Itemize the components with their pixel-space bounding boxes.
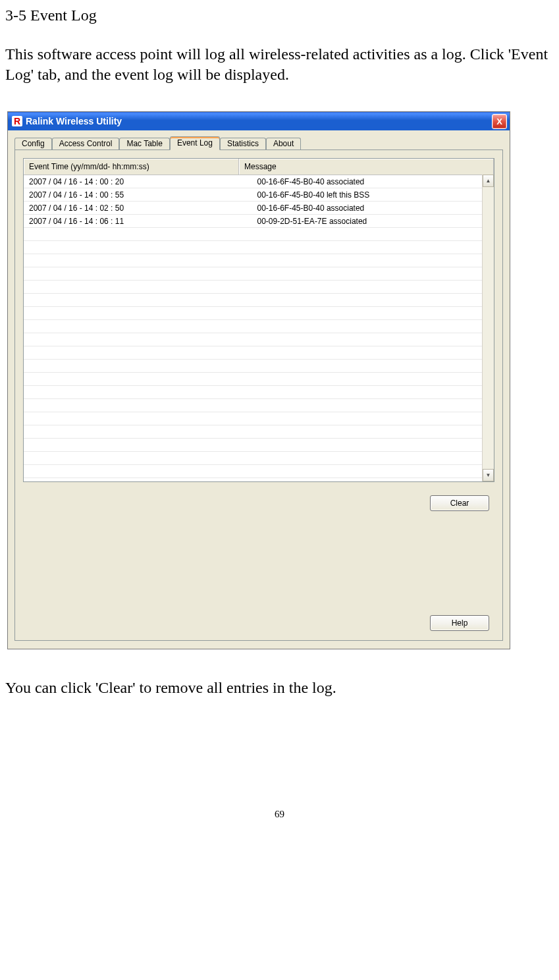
cell-message: 00-09-2D-51-EA-7E associated (239, 215, 494, 228)
table-row-empty (24, 228, 494, 241)
table-row-empty (24, 478, 494, 483)
table-row[interactable]: 2007 / 04 / 16 - 14 : 02 : 50 00-16-6F-4… (24, 202, 494, 215)
table-row[interactable]: 2007 / 04 / 16 - 14 : 00 : 55 00-16-6F-4… (24, 188, 494, 202)
section-heading: 3-5 Event Log (5, 7, 554, 24)
table-row-empty (24, 267, 494, 281)
table-row-empty (24, 241, 494, 254)
table-row[interactable]: 2007 / 04 / 16 - 14 : 00 : 20 00-16-6F-4… (24, 175, 494, 188)
table-row-empty (24, 281, 494, 294)
table-row-empty (24, 386, 494, 399)
app-window: R Ralink Wireless Utility X Config Acces… (7, 111, 510, 649)
table-row-empty (24, 425, 494, 439)
cell-time: 2007 / 04 / 16 - 14 : 02 : 50 (24, 202, 239, 215)
app-icon: R (12, 116, 22, 126)
col-header-message[interactable]: Message (239, 159, 494, 175)
table-row-empty (24, 412, 494, 425)
cell-time: 2007 / 04 / 16 - 14 : 06 : 11 (24, 215, 239, 228)
table-row-empty (24, 294, 494, 307)
col-header-time[interactable]: Event Time (yy/mm/dd- hh:mm:ss) (24, 159, 239, 175)
close-button[interactable]: X (492, 114, 507, 129)
chevron-down-icon: ▼ (486, 472, 491, 478)
table-row-empty (24, 346, 494, 360)
tab-panel: Event Time (yy/mm/dd- hh:mm:ss) Message … (14, 150, 503, 641)
table-row-empty (24, 373, 494, 386)
page-number: 69 (5, 809, 554, 820)
table-row-empty (24, 465, 494, 478)
table-row-empty (24, 439, 494, 452)
window-body: Config Access Control Mac Table Event Lo… (8, 130, 510, 649)
table-row[interactable]: 2007 / 04 / 16 - 14 : 06 : 11 00-09-2D-5… (24, 215, 494, 228)
table-row-empty (24, 307, 494, 320)
table-row-empty (24, 333, 494, 346)
vertical-scrollbar[interactable]: ▲ ▼ (482, 175, 494, 481)
help-button[interactable]: Help (430, 615, 489, 631)
table-row-empty (24, 399, 494, 412)
cell-time: 2007 / 04 / 16 - 14 : 00 : 55 (24, 188, 239, 202)
event-log-table-container: Event Time (yy/mm/dd- hh:mm:ss) Message … (23, 158, 494, 482)
tab-strip: Config Access Control Mac Table Event Lo… (14, 136, 503, 150)
cell-message: 00-16-6F-45-B0-40 associated (239, 175, 494, 188)
table-row-empty (24, 452, 494, 465)
table-row-empty (24, 254, 494, 267)
intro-line-1: This software access point will log all … (5, 45, 466, 63)
intro-paragraph: This software access point will log all … (5, 44, 554, 85)
title-bar[interactable]: R Ralink Wireless Utility X (8, 112, 510, 130)
scroll-up-button[interactable]: ▲ (483, 175, 494, 187)
event-log-table: Event Time (yy/mm/dd- hh:mm:ss) Message … (24, 159, 494, 482)
scroll-down-button[interactable]: ▼ (483, 469, 494, 481)
cell-time: 2007 / 04 / 16 - 14 : 00 : 20 (24, 175, 239, 188)
after-paragraph: You can click 'Clear' to remove all entr… (5, 679, 554, 697)
cell-message: 00-16-6F-45-B0-40 associated (239, 202, 494, 215)
cell-message: 00-16-6F-45-B0-40 left this BSS (239, 188, 494, 202)
table-row-empty (24, 360, 494, 373)
tab-event-log[interactable]: Event Log (170, 136, 220, 150)
table-row-empty (24, 320, 494, 333)
chevron-up-icon: ▲ (486, 178, 491, 184)
clear-button[interactable]: Clear (430, 495, 489, 511)
window-title: Ralink Wireless Utility (26, 116, 122, 126)
close-icon: X (496, 117, 502, 126)
